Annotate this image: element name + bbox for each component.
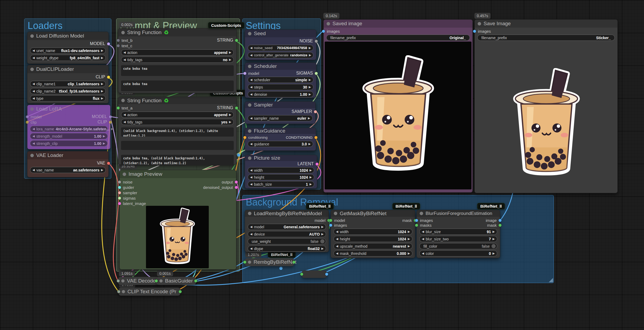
stepper-right-icon[interactable]: ▶ (321, 233, 324, 236)
stepper-right-icon[interactable]: ▶ (408, 245, 410, 248)
node-picture-size[interactable]: Picture size LATENT ◀width1024▶ ◀height1… (245, 155, 317, 189)
node-vae-decode[interactable]: VAE Decode (118, 277, 159, 285)
reroute-output-port[interactable] (325, 273, 328, 276)
node-save-image[interactable]: Save Image images filename_prefixSticker… (474, 19, 618, 193)
stepper-left-icon[interactable]: ◀ (250, 54, 252, 57)
node-header[interactable]: Load LoRA (27, 105, 110, 113)
collapse-dot-icon[interactable] (121, 279, 125, 283)
node-flux-guidance[interactable]: FluxGuidance conditioning CONDITIONING ◀… (245, 128, 316, 151)
widget-filename-prefix[interactable]: filename_prefixOriginal_ (326, 35, 470, 41)
output-port[interactable] (235, 181, 238, 184)
node-vae-loader[interactable]: VAE Loader VAE ◀vae_nameae.safetensors▶ (27, 151, 109, 177)
stepper-left-icon[interactable]: ◀ (250, 169, 252, 172)
sigmas-input-port[interactable] (118, 197, 121, 200)
widget-guidance[interactable]: ◀guidance3.0▶ (248, 141, 313, 147)
widget-action[interactable]: ◀actionappend▶ (121, 112, 234, 118)
widget-batch-size[interactable]: ◀batch_size1▶ (248, 181, 314, 187)
stepper-right-icon[interactable]: ▶ (229, 113, 231, 116)
collapse-dot-icon[interactable] (30, 68, 34, 71)
text-a-input-port[interactable] (117, 107, 120, 109)
node-reroute[interactable] (302, 270, 327, 278)
text-c-input-port[interactable] (117, 44, 120, 47)
stepper-right-icon[interactable]: ▶ (309, 54, 311, 57)
stepper-left-icon[interactable]: ◀ (250, 46, 252, 49)
collapsed-output-port[interactable] (292, 261, 295, 264)
latent-output-port[interactable] (316, 163, 319, 166)
node-header[interactable]: Seed (245, 30, 316, 37)
widget-device[interactable]: ◀deviceAUTO▶ (248, 231, 326, 237)
widget-lora-name[interactable]: ◀lora_name4rc4n3-Arcane-Style.safeten...… (30, 126, 108, 132)
clip-input-port[interactable] (26, 121, 29, 124)
stepper-right-icon[interactable]: ▶ (103, 142, 105, 145)
widget-strength-clip[interactable]: ◀strength_clip1.00▶ (30, 140, 108, 146)
stepper-left-icon[interactable]: ◀ (32, 82, 35, 85)
widget-dtype[interactable]: ◀dtypefloat32▶ (248, 245, 326, 252)
node-header[interactable]: Load Diffusion Model (27, 32, 108, 40)
text-area-result[interactable]: cute boba tea, (solid black background:1… (121, 155, 234, 166)
collapsed-input-port[interactable] (117, 280, 120, 283)
collapsed-output-port[interactable] (179, 290, 182, 293)
stepper-left-icon[interactable]: ◀ (250, 247, 252, 250)
noise-input-port[interactable] (118, 181, 121, 184)
text-area[interactable] (121, 141, 234, 150)
stepper-left-icon[interactable]: ◀ (250, 183, 252, 186)
model-output-port[interactable] (107, 42, 110, 45)
stepper-right-icon[interactable]: ▶ (103, 135, 105, 138)
stepper-right-icon[interactable]: ▶ (101, 168, 103, 171)
collapse-dot-icon[interactable] (420, 212, 423, 215)
widget-mask-threshold[interactable]: ◀mask_threshold0.000▶ (334, 250, 412, 256)
node-header[interactable]: Sampler (245, 102, 315, 108)
node-blur-fusion[interactable]: BlurFusionForegroundEstimation images ma… (416, 210, 500, 258)
stepper-left-icon[interactable]: ◀ (250, 78, 252, 81)
node-header[interactable]: Saved image (324, 20, 473, 28)
text-b-input-port[interactable] (117, 39, 120, 42)
node-header[interactable]: FluxGuidance (245, 128, 316, 134)
stepper-right-icon[interactable]: ▶ (310, 176, 312, 179)
widget-height[interactable]: ◀height1024▶ (334, 236, 412, 242)
collapse-dot-icon[interactable] (248, 261, 251, 264)
latent-image-input-port[interactable] (118, 202, 121, 205)
stepper-right-icon[interactable]: ▶ (101, 49, 103, 52)
node-image-preview[interactable]: Image Preview noise guider sampler sigma… (119, 170, 236, 270)
stepper-left-icon[interactable]: ◀ (336, 245, 338, 248)
stepper-right-icon[interactable]: ▶ (309, 142, 311, 145)
stepper-left-icon[interactable]: ◀ (32, 56, 35, 59)
images-input-port[interactable] (329, 224, 332, 227)
node-seed[interactable]: Seed NOISE ◀noise_seed703426449847858▶ ◀… (245, 30, 316, 60)
collapsed-input-port[interactable] (243, 261, 246, 264)
stepper-right-icon[interactable]: ▶ (308, 117, 310, 120)
node-header[interactable]: VAE Loader (27, 151, 108, 159)
stepper-right-icon[interactable]: ▶ (309, 93, 311, 96)
noise-output-port[interactable] (315, 40, 318, 43)
conditioning-input-port[interactable] (243, 136, 246, 139)
widget-fill-color-toggle[interactable]: fill_colorfalse (419, 243, 497, 249)
node-header[interactable]: Picture size (245, 155, 317, 161)
node-dual-clip-loader[interactable]: DualCLIPLoader CLIP ◀clip_name1clip_l.sa… (27, 65, 109, 104)
stepper-right-icon[interactable]: ▶ (101, 90, 103, 93)
stepper-right-icon[interactable]: ▶ (101, 82, 103, 85)
stepper-right-icon[interactable]: ▶ (408, 252, 410, 255)
widget-upscale-method[interactable]: ◀upscale_methodnearest▶ (334, 243, 412, 249)
stepper-left-icon[interactable]: ◀ (32, 135, 35, 138)
widget-weight-dtype[interactable]: ◀weight_dtypefp8_e4m3fn_fast▶ (30, 55, 106, 61)
collapse-dot-icon[interactable] (123, 173, 126, 176)
widget-blur-size-two[interactable]: ◀blur_size_two7▶ (419, 236, 497, 242)
stepper-left-icon[interactable]: ◀ (250, 233, 252, 236)
node-saved-image[interactable]: Saved image images filename_prefixOrigin… (323, 19, 473, 193)
text-area[interactable]: cute boba tea (121, 65, 234, 76)
widget-type[interactable]: ◀typeflux▶ (30, 95, 106, 101)
node-string-function-2[interactable]: String Function ♻ text_a STRING ◀actiona… (118, 97, 237, 165)
widget-blur-size[interactable]: ◀blur_size91▶ (419, 229, 497, 235)
node-header[interactable]: BlurFusionForegroundEstimation (417, 210, 500, 217)
model-output-port[interactable] (109, 115, 112, 118)
vae-output-port[interactable] (107, 162, 110, 165)
stepper-right-icon[interactable]: ▶ (229, 51, 231, 54)
widget-scheduler[interactable]: ◀schedulersimple▶ (248, 77, 313, 83)
node-header[interactable]: String Function ♻ (118, 97, 236, 104)
model-input-port[interactable] (329, 219, 332, 222)
widget-control-after-generate[interactable]: ◀control_after_generaterandomize▶ (248, 52, 313, 58)
widget-use-weight-toggle[interactable]: use_weightfalse (248, 238, 326, 244)
sampler-input-port[interactable] (118, 191, 121, 194)
collapse-dot-icon[interactable] (327, 22, 330, 25)
node-sampler[interactable]: Sampler SAMPLER ◀sampler_nameeuler▶ (245, 101, 316, 124)
